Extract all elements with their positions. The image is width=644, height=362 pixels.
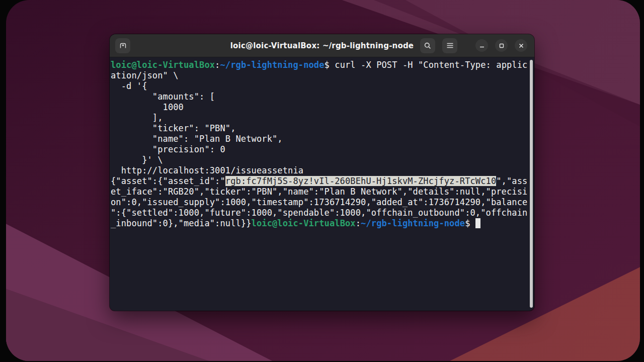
scrollbar[interactable] [530,60,533,308]
terminal-text-path: ~/rgb-lightning-node [361,218,465,228]
terminal-text-user: loic@loic-VirtualBox [252,218,356,228]
terminal-text-plain: "amounts": [ [111,92,215,102]
terminal-line: ], [111,113,533,123]
terminal-cursor [475,218,480,228]
menu-button[interactable] [442,38,457,53]
terminal-line: -d '{ [111,81,533,92]
terminal-text-path: ~/rgb-lightning-node [220,60,324,70]
x-icon [518,43,524,49]
terminal-content-area[interactable]: loic@loic-VirtualBox:~/rgb-lightning-nod… [110,58,534,311]
terminal-line: 1000 [111,102,533,113]
terminal-text-plain: ], [111,113,163,123]
terminal-text-plain: ":{"settled":1000,"future":1000,"spendab… [111,208,527,218]
square-outline-icon [499,43,505,49]
terminal-screen: loic@loic-VirtualBox:~/rgb-lightning-nod… [111,60,533,229]
titlebar[interactable]: loic@loic-VirtualBox: ~/rgb-lightning-no… [110,34,534,57]
search-button[interactable] [420,38,435,53]
terminal-text-plain: -d '{ [111,81,147,91]
terminal-line: "precision": 0 [111,144,533,155]
minimize-button[interactable] [475,39,488,52]
new-tab-button[interactable] [115,38,130,53]
terminal-text-plain: }' \ [111,155,163,165]
terminal-line: http://localhost:3001/issueassetnia [111,165,533,176]
tab-plus-icon [119,41,127,50]
terminal-line: on":0,"issued_supply":1000,"timestamp":1… [111,197,533,208]
terminal-text-user: loic@loic-VirtualBox [111,60,215,70]
terminal-line: "name": "Plan B Network", [111,134,533,144]
terminal-text-plain: http://localhost:3001/issueassetnia [111,165,303,175]
terminal-text-plain: : [356,218,361,228]
terminal-text-plain: $ [465,218,475,228]
terminal-line: et_iface":"RGB20","ticker":"PBN","name":… [111,187,533,197]
terminal-text-plain: 1000 [111,102,184,112]
terminal-text-plain: "precision": 0 [111,144,225,154]
terminal-text-selection: rgb:fc7fMj5S-8yz!vIl-260BEhU-Hj1skvM-ZHc… [225,176,496,186]
terminal-line: ":{"settled":1000,"future":1000,"spendab… [111,208,533,218]
terminal-line: loic@loic-VirtualBox:~/rgb-lightning-nod… [111,60,533,70]
terminal-line: _inbound":0},"media":null}}loic@loic-Vir… [111,218,533,229]
magnifier-icon [424,42,432,50]
terminal-text-plain: on":0,"issued_supply":1000,"timestamp":1… [111,197,527,207]
close-button[interactable] [515,39,527,52]
terminal-text-plain: ","ass [496,176,527,186]
terminal-text-plain: {"asset":{"asset_id":" [111,176,225,186]
terminal-line: {"asset":{"asset_id":"rgb:fc7fMj5S-8yz!v… [111,176,533,187]
terminal-text-plain: ation/json" \ [111,70,179,80]
dash-icon [479,43,485,49]
terminal-line: ation/json" \ [111,70,533,81]
terminal-window: loic@loic-VirtualBox: ~/rgb-lightning-no… [110,34,534,311]
terminal-text-plain: $ curl -X POST -H "Content-Type: applic [325,60,528,70]
hamburger-icon [446,42,454,49]
terminal-text-plain: _inbound":0},"media":null}} [111,218,252,228]
terminal-line: }' \ [111,155,533,165]
terminal-text-plain: "ticker": "PBN", [111,123,236,133]
terminal-line: "amounts": [ [111,92,533,102]
terminal-text-plain: et_iface":"RGB20","ticker":"PBN","name":… [111,187,527,197]
maximize-button[interactable] [495,39,508,52]
terminal-text-plain: : [215,60,220,70]
terminal-text-plain: "name": "Plan B Network", [111,134,283,144]
terminal-line: "ticker": "PBN", [111,123,533,134]
